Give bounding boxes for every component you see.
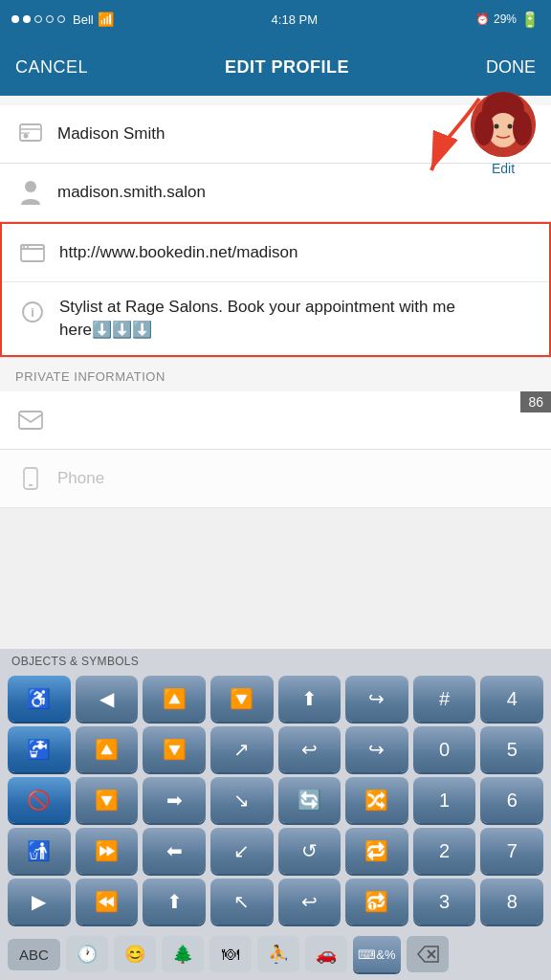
- svg-point-2: [24, 134, 29, 139]
- contact-icon: [15, 119, 46, 149]
- emoji-key-nosign[interactable]: 🚫: [8, 777, 71, 823]
- emoji-key-6[interactable]: 6: [480, 777, 543, 823]
- emoji-key-up-arrow[interactable]: ⬆: [278, 676, 342, 722]
- emoji-key-8[interactable]: 8: [480, 879, 543, 924]
- avatar: [471, 92, 536, 157]
- cancel-button[interactable]: CANCEL: [15, 57, 88, 78]
- abc-key[interactable]: ABC: [8, 939, 60, 970]
- svg-point-10: [508, 124, 513, 129]
- emoji-key-water[interactable]: 🚰: [8, 726, 71, 772]
- profile-username[interactable]: madison.smith.salon: [57, 183, 536, 202]
- keyboard: OBJECTS & SYMBOLS ♿ ◀ 🔼 🔽 ⬆ ↪ # 4 🚰 🔼 🔽 …: [0, 649, 551, 980]
- svg-text:i: i: [31, 305, 34, 320]
- status-time: 4:18 PM: [272, 12, 318, 27]
- emoji-key-se[interactable]: ↘: [210, 777, 274, 823]
- svg-point-9: [495, 124, 499, 129]
- signal-dot-3: [34, 15, 42, 23]
- nav-bar: CANCEL EDIT PROFILE DONE: [0, 38, 551, 96]
- phone-icon: [15, 463, 46, 494]
- emoji-key-rewind[interactable]: ⏪: [76, 879, 139, 924]
- emoji-key-repeat1[interactable]: 🔁: [345, 828, 408, 874]
- emoji-key-return2[interactable]: ↩: [278, 726, 342, 772]
- done-button[interactable]: DONE: [486, 57, 536, 78]
- carrier-label: Bell: [73, 12, 94, 27]
- emoji-key-ccw[interactable]: ↺: [278, 828, 342, 874]
- emoji-key-refresh[interactable]: 🔄: [278, 777, 342, 823]
- emoji-key-2[interactable]: 2: [413, 828, 476, 874]
- emoji-key-return3[interactable]: ↪: [345, 726, 408, 772]
- sports-icon-key[interactable]: ⛹: [257, 936, 299, 972]
- emoji-key-wheelchair[interactable]: ♿: [8, 676, 71, 722]
- emoji-key-up-arrow2[interactable]: ⬆: [143, 879, 206, 924]
- battery-percent: 29%: [494, 12, 517, 26]
- website-icon: [17, 237, 48, 268]
- emoji-key-shuffle[interactable]: 🔀: [345, 777, 408, 823]
- highlighted-fields: http://www.bookedin.net/madison i Stylis…: [0, 222, 551, 357]
- email-input[interactable]: [57, 411, 536, 430]
- emoji-key-down4[interactable]: 🔽: [76, 777, 139, 823]
- emoji-key-hash[interactable]: #: [413, 676, 476, 722]
- bio-row: i Stylist at Rage Salons. Book your appo…: [2, 282, 549, 355]
- emoji-key-trash[interactable]: 🚮: [8, 828, 71, 874]
- email-icon: [15, 405, 46, 435]
- emoji-key-nw[interactable]: ↖: [210, 879, 274, 924]
- emoji-key-up2[interactable]: 🔼: [143, 676, 206, 722]
- phone-row: Phone: [0, 450, 551, 508]
- email-row: 86: [0, 391, 551, 450]
- tree-icon-key[interactable]: 🌲: [162, 936, 204, 972]
- emoji-key-undo[interactable]: ↩: [278, 879, 342, 924]
- emoji-key-sw[interactable]: ↙: [210, 828, 274, 874]
- profile-name[interactable]: Madison Smith: [57, 124, 536, 144]
- svg-point-8: [513, 111, 532, 145]
- special-chars-key[interactable]: ⌨&%: [353, 936, 401, 972]
- car-icon-key[interactable]: 🚗: [305, 936, 347, 972]
- food-icon-key[interactable]: 🍽: [209, 936, 252, 972]
- emoji-key-3[interactable]: 3: [413, 879, 476, 924]
- emoji-key-up3[interactable]: 🔼: [76, 726, 139, 772]
- emoji-key-return[interactable]: ↪: [345, 676, 408, 722]
- emoji-key-7[interactable]: 7: [480, 828, 543, 874]
- emoji-key-5[interactable]: 5: [480, 726, 543, 772]
- wifi-icon: 📶: [98, 11, 114, 27]
- signal-dot-5: [57, 15, 65, 23]
- person-icon: [15, 177, 46, 208]
- private-info-label: PRIVATE INFORMATION: [0, 357, 551, 391]
- svg-point-7: [474, 111, 494, 145]
- emoji-key-left[interactable]: ◀: [76, 676, 139, 722]
- emoji-key-fastforward[interactable]: ⏩: [76, 828, 139, 874]
- smiley-icon-key[interactable]: 😊: [114, 936, 156, 972]
- website-row: http://www.bookedin.net/madison: [2, 224, 549, 282]
- status-right: ⏰ 29% 🔋: [475, 11, 540, 29]
- profile-website[interactable]: http://www.bookedin.net/madison: [59, 243, 534, 262]
- status-left: Bell 📶: [11, 11, 114, 27]
- emoji-key-right[interactable]: ➡: [143, 777, 206, 823]
- svg-point-15: [27, 246, 29, 248]
- emoji-key-play[interactable]: ▶: [8, 879, 71, 924]
- delete-key[interactable]: [407, 936, 449, 972]
- page-title: EDIT PROFILE: [225, 57, 349, 78]
- signal-dot-2: [23, 15, 31, 23]
- keyboard-section-label: OBJECTS & SYMBOLS: [0, 649, 551, 672]
- emoji-key-4[interactable]: 4: [480, 676, 543, 722]
- emoji-key-left2[interactable]: ⬅: [143, 828, 206, 874]
- char-count-badge: 86: [520, 391, 551, 412]
- name-row: Madison Smith: [0, 105, 551, 164]
- username-row: madison.smith.salon: [0, 164, 551, 222]
- emoji-key-down3[interactable]: 🔽: [143, 726, 206, 772]
- emoji-key-ne[interactable]: ↗: [210, 726, 274, 772]
- emoji-key-down2[interactable]: 🔽: [210, 676, 274, 722]
- emoji-key-0[interactable]: 0: [413, 726, 476, 772]
- profile-bio[interactable]: Stylist at Rage Salons. Book your appoin…: [59, 296, 534, 342]
- clock-icon-key[interactable]: 🕐: [66, 936, 108, 972]
- battery-icon: 🔋: [520, 11, 540, 29]
- status-bar: Bell 📶 4:18 PM ⏰ 29% 🔋: [0, 0, 551, 38]
- svg-point-11: [25, 181, 36, 192]
- emoji-key-repeat2[interactable]: 🔂: [345, 879, 408, 924]
- keyboard-bottom-row: ABC 🕐 😊 🌲 🍽 ⛹ 🚗 ⌨&%: [0, 932, 551, 980]
- svg-point-14: [23, 246, 25, 248]
- emoji-key-1[interactable]: 1: [413, 777, 476, 823]
- profile-section: Madison Smith: [0, 96, 551, 508]
- signal-dot-1: [11, 15, 19, 23]
- phone-placeholder: Phone: [57, 469, 536, 488]
- alarm-icon: ⏰: [475, 12, 490, 26]
